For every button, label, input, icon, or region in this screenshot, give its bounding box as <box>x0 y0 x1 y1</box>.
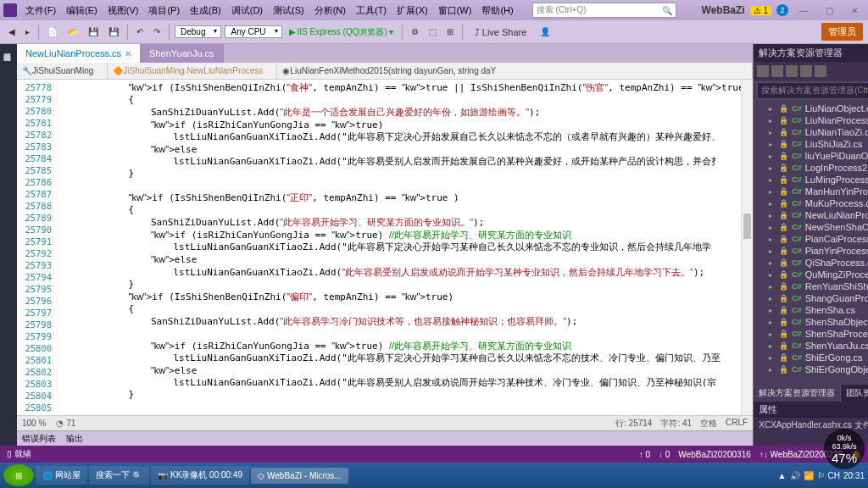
bottom-tool-tabs: 错误列表 输出 <box>17 430 753 446</box>
save-all-button[interactable]: 💾 <box>105 25 122 38</box>
back-button[interactable]: ◀ <box>5 25 19 38</box>
file-QuMingZiProcess.cs[interactable]: ▸🔒C# QuMingZiProcess.cs <box>754 269 868 280</box>
properties-icon[interactable] <box>815 65 826 77</box>
tool-icon[interactable]: ⚙ <box>408 25 422 38</box>
tool-icon[interactable]: ⬚ <box>426 25 440 38</box>
file-RenYuanShiShenObject.cs[interactable]: ▸🔒C# RenYuanShiShenObject.cs <box>754 280 868 292</box>
file-ShenShaObject.cs[interactable]: ▸🔒C# ShenShaObject.cs <box>754 316 868 328</box>
editor-tab[interactable]: NewLiuNianProcess.cs ✕ <box>17 44 141 63</box>
menu-视图(V)[interactable]: 视图(V) <box>103 3 144 19</box>
tab-output[interactable]: 输出 <box>66 433 83 445</box>
redo-button[interactable]: ↷ <box>150 25 164 38</box>
taskbar-clock[interactable]: 20:31 <box>843 471 865 480</box>
editor-tab[interactable]: ShenYuanJu.cs <box>141 44 223 63</box>
solution-toolbar[interactable] <box>754 62 868 80</box>
menu-测试(S)[interactable]: 测试(S) <box>268 3 309 19</box>
menu-bar: 文件(F)编辑(E)视图(V)项目(P)生成(B)调试(D)测试(S)分析(N)… <box>0 0 868 20</box>
menu-项目(P)[interactable]: 项目(P) <box>143 3 185 19</box>
home-icon[interactable] <box>757 65 769 77</box>
menu-工具(T)[interactable]: 工具(T) <box>351 3 392 19</box>
forward-button[interactable]: ▸ <box>22 25 33 38</box>
file-ShenYuanJu.cs[interactable]: ▸🔒C# ShenYuanJu.cs <box>754 340 868 352</box>
menu-分析(N)[interactable]: 分析(N) <box>309 3 351 19</box>
code-editor[interactable]: "kw">if (IsShiShenBenQiInZhi("食神", tempA… <box>58 80 753 415</box>
minimize-button[interactable]: — <box>793 3 814 18</box>
taskbar-item[interactable]: 📷 KK录像机 00:00:49 <box>151 466 249 485</box>
file-NewLiuNianProcess.cs[interactable]: ▸🔒C# NewLiuNianProcess.cs <box>754 209 868 221</box>
file-LuMingProcess.cs[interactable]: ▸🔒C# LuMingProcess.cs <box>754 174 868 186</box>
taskbar-search[interactable]: 搜索一下 🔍 <box>89 466 149 485</box>
show-all-icon[interactable] <box>800 65 812 77</box>
menu-帮助(H)[interactable]: 帮助(H) <box>476 3 518 19</box>
warning-badge[interactable]: ⚠ 1 <box>750 6 771 15</box>
collapse-icon[interactable] <box>786 65 798 77</box>
open-button[interactable]: 📂 <box>64 25 81 38</box>
tab-team-explorer[interactable]: 团队资源管理器 <box>841 385 868 402</box>
vertical-scrollbar[interactable] <box>741 80 753 415</box>
left-tool-strip[interactable]: 服务器资源管理器 工具箱 <box>0 44 17 446</box>
tab-solution-explorer[interactable]: 解决方案资源管理器 <box>754 385 841 402</box>
method-dropdown[interactable]: ◉ LiuNianFenXiMethod2015(string dayunGan… <box>277 63 753 79</box>
file-QiShaProcess.cs[interactable]: ▸🔒C# QiShaProcess.cs <box>754 257 868 269</box>
class-dropdown[interactable]: 🔶 JiShuiSuanMing.NewLiuNianProcess <box>108 63 277 79</box>
tray-icon[interactable]: 🔊 <box>790 471 800 480</box>
menu-窗口(W)[interactable]: 窗口(W) <box>433 3 477 19</box>
start-button[interactable]: ⊞ <box>3 464 34 486</box>
menu-文件(F)[interactable]: 文件(F) <box>20 3 61 19</box>
main-toolbar: ◀ ▸ 📄 📂 💾 💾 ↶ ↷ Debug Any CPU ▶ IIS Expr… <box>0 20 868 44</box>
line-gutter: 25778 25779 25780 25781 25782 25783 2578… <box>17 80 58 415</box>
feedback-icon[interactable]: 👤 <box>537 25 554 38</box>
tray-icon[interactable]: CH <box>828 471 840 480</box>
file-PianCaiProcess.cs[interactable]: ▸🔒C# PianCaiProcess.cs <box>754 233 868 245</box>
live-share-button[interactable]: ⤴ Live Share <box>468 27 534 37</box>
file-ShenSha.cs[interactable]: ▸🔒C# ShenSha.cs <box>754 304 868 316</box>
platform-dropdown[interactable]: Any CPU <box>225 25 281 38</box>
file-ManHunYinProcess.cs[interactable]: ▸🔒C# ManHunYinProcess.cs <box>754 186 868 197</box>
close-button[interactable]: ✕ <box>844 3 865 18</box>
properties-title: 属性▾ ✕ <box>754 402 868 418</box>
file-LiuNianObject.cs[interactable]: ▸🔒C# LiuNianObject.cs <box>754 103 868 114</box>
undo-button[interactable]: ↶ <box>133 25 147 38</box>
tool-icon[interactable]: ⊞ <box>443 25 457 38</box>
menu-调试(D)[interactable]: 调试(D) <box>226 3 268 19</box>
file-ShangGuanProcess.cs[interactable]: ▸🔒C# ShangGuanProcess.cs <box>754 292 868 304</box>
tray-icon[interactable]: ▲ <box>778 471 787 480</box>
file-ShiErGong.cs[interactable]: ▸🔒C# ShiErGong.cs <box>754 352 868 363</box>
solution-explorer-title: 解决方案资源管理器 ▾ ✕ <box>754 44 868 62</box>
start-debug-button[interactable]: ▶ IIS Express (QQ浏览器) ▾ <box>286 25 397 40</box>
refresh-icon[interactable] <box>771 65 783 77</box>
menu-编辑(E)[interactable]: 编辑(E) <box>61 3 103 19</box>
file-LiuNianProcess.cs[interactable]: ▸🔒C# LiuNianProcess.cs <box>754 114 868 126</box>
repo-name[interactable]: WebBaZi20200316 <box>678 450 750 459</box>
editor-status-bar: 100 % ◔ 71 行: 25714 字符: 41 空格 CRLF <box>17 415 753 430</box>
search-icon: 🔍 <box>662 6 672 15</box>
menu-扩展(X)[interactable]: 扩展(X) <box>392 3 433 19</box>
file-liuYuePiDuanObject.cs[interactable]: ▸🔒C# liuYuePiDuanObject.cs <box>754 150 868 162</box>
file-LiuNianTiaoZi.cs[interactable]: ▸🔒C# LiuNianTiaoZi.cs <box>754 126 868 138</box>
tray-icon[interactable]: ⚐ <box>817 471 825 480</box>
file-NewShenShaObject.cs[interactable]: ▸🔒C# NewShenShaObject.cs <box>754 221 868 233</box>
save-button[interactable]: 💾 <box>85 25 102 38</box>
config-dropdown[interactable]: Debug <box>175 25 221 38</box>
taskbar-item[interactable]: 🌐 网站屋 <box>36 466 87 485</box>
tab-error-list[interactable]: 错误列表 <box>22 433 56 445</box>
file-MuKuProcess.cs[interactable]: ▸🔒C# MuKuProcess.cs <box>754 197 868 209</box>
global-search-input[interactable]: 搜索 (Ctrl+Q) 🔍 <box>532 3 676 18</box>
file-LogInProcess2.cs[interactable]: ▸🔒C# LogInProcess2.cs <box>754 162 868 174</box>
namespace-dropdown[interactable]: 🔧 JiShuiSuanMing <box>17 63 108 79</box>
tray-icon[interactable]: 📶 <box>804 471 814 480</box>
file-ShenShaProcess.cs[interactable]: ▸🔒C# ShenShaProcess.cs <box>754 328 868 340</box>
taskbar-item[interactable]: ◇ WebBaZi - Micros... <box>251 468 348 484</box>
vs-logo-icon <box>3 3 17 17</box>
solution-search-input[interactable]: 搜索解决方案资源管理器(Ctrl+;)🔍 <box>757 82 868 99</box>
solution-tree[interactable]: ▸🔒C# LiuNianObject.cs▸🔒C# LiuNianProcess… <box>754 101 868 385</box>
file-LiuShiJiaZi.cs[interactable]: ▸🔒C# LiuShiJiaZi.cs <box>754 138 868 150</box>
file-ShiErGongObject.cs[interactable]: ▸🔒C# ShiErGongObject.cs <box>754 363 868 375</box>
new-file-button[interactable]: 📄 <box>44 25 61 38</box>
code-nav-bar: 🔧 JiShuiSuanMing 🔶 JiShuiSuanMing.NewLiu… <box>17 63 753 80</box>
admin-badge: 管理员 <box>821 23 863 41</box>
menu-生成(B)[interactable]: 生成(B) <box>185 3 226 19</box>
info-badge[interactable]: 2 <box>776 4 788 16</box>
file-PianYinProcess.cs[interactable]: ▸🔒C# PianYinProcess.cs <box>754 245 868 257</box>
maximize-button[interactable]: ▢ <box>819 3 839 18</box>
